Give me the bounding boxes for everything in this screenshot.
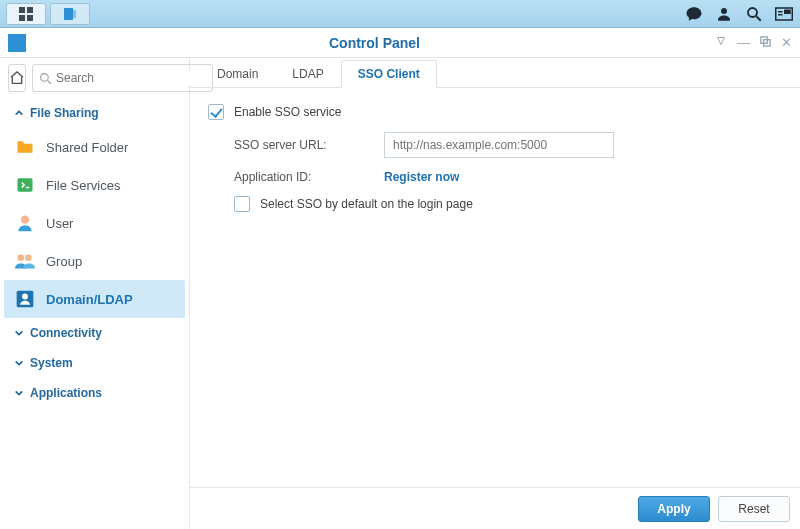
- file-services-icon: [14, 174, 36, 196]
- user-icon: [14, 212, 36, 234]
- search-input[interactable]: [56, 71, 206, 85]
- tabs: Domain LDAP SSO Client: [190, 58, 800, 88]
- chevron-down-icon: [14, 328, 24, 338]
- taskbar-tray: [684, 4, 794, 24]
- home-button[interactable]: [8, 64, 26, 92]
- chevron-down-icon: [14, 388, 24, 398]
- sidebar-item-label: User: [46, 216, 73, 231]
- apply-button[interactable]: Apply: [638, 496, 710, 522]
- group-icon: [14, 250, 36, 272]
- row-app-id: Application ID: Register now: [208, 170, 782, 184]
- default-sso-checkbox[interactable]: [234, 196, 250, 212]
- section-connectivity[interactable]: Connectivity: [0, 318, 189, 348]
- sso-url-input[interactable]: [384, 132, 614, 158]
- tab-ldap[interactable]: LDAP: [275, 60, 340, 87]
- row-sso-url: SSO server URL:: [208, 132, 782, 158]
- tab-domain[interactable]: Domain: [200, 60, 275, 87]
- taskbar-app-controlpanel[interactable]: [50, 3, 90, 25]
- chevron-up-icon: [14, 108, 24, 118]
- enable-sso-label: Enable SSO service: [234, 105, 341, 119]
- search-icon: [39, 72, 52, 85]
- section-label: System: [30, 356, 73, 370]
- sidebar-item-domain-ldap[interactable]: Domain/LDAP: [4, 280, 185, 318]
- svg-point-2: [721, 8, 727, 14]
- reset-button[interactable]: Reset: [718, 496, 790, 522]
- section-applications[interactable]: Applications: [0, 378, 189, 408]
- sidebar-item-file-services[interactable]: File Services: [0, 166, 189, 204]
- sidebar: File Sharing Shared Folder File Services…: [0, 58, 190, 529]
- sidebar-item-label: Domain/LDAP: [46, 292, 133, 307]
- tab-sso-client[interactable]: SSO Client: [341, 60, 437, 88]
- enable-sso-checkbox[interactable]: [208, 104, 224, 120]
- svg-line-12: [48, 80, 51, 83]
- section-file-sharing[interactable]: File Sharing: [0, 98, 189, 128]
- svg-point-3: [748, 8, 757, 17]
- window-icon: [8, 34, 26, 52]
- sidebar-item-label: Shared Folder: [46, 140, 128, 155]
- svg-rect-0: [64, 8, 73, 20]
- grid-icon: [19, 7, 33, 21]
- user-icon[interactable]: [714, 4, 734, 24]
- sidebar-item-shared-folder[interactable]: Shared Folder: [0, 128, 189, 166]
- sidebar-item-user[interactable]: User: [0, 204, 189, 242]
- svg-rect-1: [73, 10, 76, 18]
- folder-icon: [14, 136, 36, 158]
- section-label: Connectivity: [30, 326, 102, 340]
- row-enable-sso: Enable SSO service: [208, 104, 782, 120]
- section-label: Applications: [30, 386, 102, 400]
- window-titlebar: Control Panel — ✕: [0, 28, 800, 58]
- maximize-button[interactable]: [760, 35, 771, 50]
- minimize-button[interactable]: —: [737, 35, 750, 50]
- svg-line-4: [756, 16, 761, 21]
- footer: Apply Reset: [190, 487, 800, 529]
- chat-icon[interactable]: [684, 4, 704, 24]
- svg-point-11: [41, 73, 49, 81]
- window-controls: — ✕: [715, 35, 792, 50]
- main-panel: Domain LDAP SSO Client Enable SSO servic…: [190, 58, 800, 529]
- chevron-down-icon: [14, 358, 24, 368]
- svg-point-16: [25, 254, 32, 261]
- sidebar-item-group[interactable]: Group: [0, 242, 189, 280]
- widgets-icon[interactable]: [774, 4, 794, 24]
- section-label: File Sharing: [30, 106, 99, 120]
- taskbar: [0, 0, 800, 28]
- svg-point-14: [21, 216, 29, 224]
- register-now-link[interactable]: Register now: [384, 170, 459, 184]
- default-sso-label: Select SSO by default on the login page: [260, 197, 473, 211]
- sidebar-item-label: File Services: [46, 178, 120, 193]
- section-system[interactable]: System: [0, 348, 189, 378]
- taskbar-app-grid[interactable]: [6, 3, 46, 25]
- taskbar-apps: [6, 3, 90, 25]
- svg-rect-6: [785, 10, 790, 13]
- sidebar-item-label: Group: [46, 254, 82, 269]
- home-icon: [9, 70, 25, 86]
- svg-point-15: [18, 254, 25, 261]
- search-field[interactable]: [32, 64, 213, 92]
- appid-label: Application ID:: [234, 170, 384, 184]
- row-default-sso: Select SSO by default on the login page: [208, 196, 782, 212]
- sso-url-label: SSO server URL:: [234, 138, 384, 152]
- content-area: Enable SSO service SSO server URL: Appli…: [190, 88, 800, 487]
- window-title: Control Panel: [34, 35, 715, 51]
- svg-point-18: [22, 294, 28, 300]
- pin-icon[interactable]: [715, 35, 727, 50]
- domain-ldap-icon: [14, 288, 36, 310]
- search-icon[interactable]: [744, 4, 764, 24]
- close-button[interactable]: ✕: [781, 35, 792, 50]
- controlpanel-icon: [63, 7, 77, 21]
